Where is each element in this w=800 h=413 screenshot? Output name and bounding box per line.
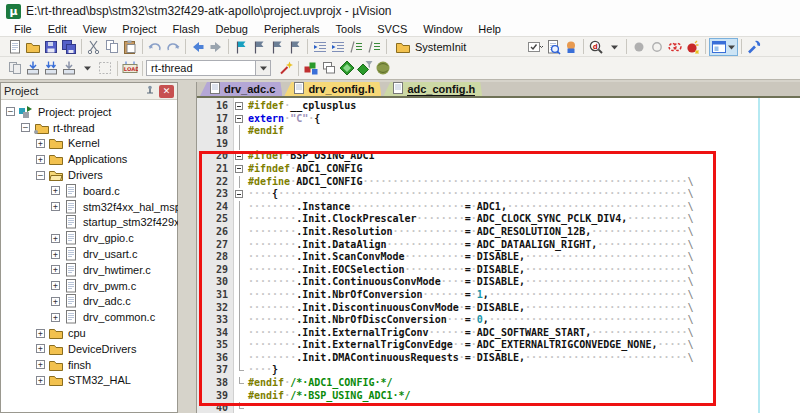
indent-right-icon[interactable] xyxy=(329,38,347,55)
fold-collapse-icon[interactable] xyxy=(233,150,246,163)
redo-icon[interactable] xyxy=(164,38,182,55)
tree-item-cpu[interactable]: +cpu xyxy=(1,325,177,341)
tree-item-stm32f4xx-hal-msp-c[interactable]: +stm32f4xx_hal_msp.c xyxy=(1,199,177,215)
expand-icon[interactable]: + xyxy=(36,329,45,338)
expand-icon[interactable]: + xyxy=(36,344,45,353)
quick-search-icon[interactable]: d xyxy=(587,38,605,55)
nav-back-icon[interactable] xyxy=(189,38,207,55)
editor-tab-adc-config-h[interactable]: adc_config.h xyxy=(383,82,482,96)
menu-item-tools[interactable]: Tools xyxy=(328,23,370,35)
configure-wrench-icon[interactable] xyxy=(745,38,763,55)
tree-item-drv-common-c[interactable]: +drv_common.c xyxy=(1,309,177,325)
save-all-icon[interactable] xyxy=(60,38,78,55)
collapse-icon[interactable]: – xyxy=(21,123,30,132)
save-icon[interactable] xyxy=(42,38,60,55)
expand-icon[interactable]: + xyxy=(36,139,45,148)
menu-item-file[interactable]: File xyxy=(6,23,40,35)
target-select-caret-icon[interactable] xyxy=(256,60,271,76)
pin-icon[interactable] xyxy=(143,85,157,98)
download-icon[interactable]: LOAD xyxy=(121,60,139,77)
expand-icon[interactable]: + xyxy=(36,360,45,369)
tree-item-kernel[interactable]: +Kernel xyxy=(1,136,177,152)
menu-item-debug[interactable]: Debug xyxy=(208,23,256,35)
nav-forward-icon[interactable] xyxy=(207,38,225,55)
comment-icon[interactable] xyxy=(347,38,365,55)
bookmark-toggle-icon[interactable] xyxy=(232,38,250,55)
expand-icon[interactable]: + xyxy=(51,313,60,322)
paste-icon[interactable] xyxy=(121,38,139,55)
fold-collapse-icon[interactable] xyxy=(233,100,246,113)
bookmark-next-icon[interactable] xyxy=(268,38,286,55)
new-file-icon[interactable] xyxy=(6,38,24,55)
menu-item-svcs[interactable]: SVCS xyxy=(369,23,415,35)
expand-icon[interactable]: + xyxy=(51,234,60,243)
expand-icon[interactable]: + xyxy=(51,186,60,195)
expand-icon[interactable]: + xyxy=(51,297,60,306)
disable-breakpoints-icon[interactable] xyxy=(666,38,684,55)
manage-items-icon[interactable] xyxy=(302,60,320,77)
uncomment-icon[interactable] xyxy=(365,38,383,55)
windows-layout-icon[interactable] xyxy=(709,38,738,56)
bookmark-clear-icon[interactable] xyxy=(286,38,304,55)
expand-icon[interactable]: + xyxy=(36,376,45,385)
tree-item-applications[interactable]: +Applications xyxy=(1,151,177,167)
tree-item-drv-usart-c[interactable]: +drv_usart.c xyxy=(1,246,177,262)
environment-icon[interactable] xyxy=(374,60,392,77)
manage-layout-icon[interactable] xyxy=(320,60,338,77)
panel-splitter[interactable] xyxy=(178,80,196,413)
build-icon[interactable] xyxy=(24,60,42,77)
menu-item-project[interactable]: Project xyxy=(114,23,164,35)
select-software-packs-icon[interactable] xyxy=(338,60,356,77)
expand-icon[interactable]: + xyxy=(36,155,45,164)
fold-collapse-icon[interactable] xyxy=(233,188,246,201)
cut-icon[interactable] xyxy=(85,38,103,55)
enable-breakpoint-icon[interactable] xyxy=(648,38,666,55)
editor-tab-drv-config-h[interactable]: drv_config.h xyxy=(284,82,381,96)
find-in-files-icon[interactable] xyxy=(544,38,562,55)
undo-icon[interactable] xyxy=(146,38,164,55)
tree-item-drv-adc-c[interactable]: +drv_adc.c xyxy=(1,294,177,310)
pack-installer-icon[interactable] xyxy=(356,60,374,77)
checkbox-dropdown-icon[interactable] xyxy=(526,38,544,55)
search-dropdown-caret-icon[interactable] xyxy=(605,38,623,55)
menu-item-peripherals[interactable]: Peripherals xyxy=(256,23,328,35)
open-folder-icon[interactable] xyxy=(24,38,42,55)
expand-icon[interactable]: + xyxy=(51,202,60,211)
kill-breakpoints-icon[interactable] xyxy=(684,38,702,55)
insert-breakpoint-icon[interactable] xyxy=(630,38,648,55)
menu-item-help[interactable]: Help xyxy=(470,23,509,35)
options-wand-icon[interactable] xyxy=(277,60,295,77)
tree-item-stm32-hal[interactable]: +STM32_HAL xyxy=(1,373,177,389)
tree-item-startup-stm32f429xx-s[interactable]: startup_stm32f429xx.s xyxy=(1,215,177,231)
batch-caret-icon[interactable] xyxy=(78,60,96,77)
batch-build-icon[interactable] xyxy=(60,60,78,77)
translate-icon[interactable] xyxy=(6,60,24,77)
menu-item-window[interactable]: Window xyxy=(415,23,470,35)
stop-build-icon[interactable] xyxy=(96,60,114,77)
rebuild-icon[interactable] xyxy=(42,60,60,77)
indent-left-icon[interactable] xyxy=(311,38,329,55)
code-editor[interactable]: 16#ifdef·__cplusplus17extern·"C"·{18#end… xyxy=(197,98,800,413)
menu-item-edit[interactable]: Edit xyxy=(40,23,75,35)
editor-tab-drv-adc-c[interactable]: drv_adc.c xyxy=(200,82,282,96)
bookmark-prev-icon[interactable] xyxy=(250,38,268,55)
copy-icon[interactable] xyxy=(103,38,121,55)
tree-item-drivers[interactable]: –Drivers xyxy=(1,167,177,183)
collapse-icon[interactable]: – xyxy=(36,171,45,180)
fold-collapse-icon[interactable] xyxy=(233,163,246,176)
menu-item-flash[interactable]: Flash xyxy=(165,23,208,35)
tree-item-finsh[interactable]: +finsh xyxy=(1,357,177,373)
expand-icon[interactable]: + xyxy=(51,281,60,290)
tree-item-devicedrivers[interactable]: +DeviceDrivers xyxy=(1,341,177,357)
tree-item-board-c[interactable]: +board.c xyxy=(1,183,177,199)
tree-item-drv-pwm-c[interactable]: +drv_pwm.c xyxy=(1,278,177,294)
current-function-label[interactable]: SystemInit xyxy=(415,41,466,53)
expand-icon[interactable]: + xyxy=(51,250,60,259)
tree-item-drv-hwtimer-c[interactable]: +drv_hwtimer.c xyxy=(1,262,177,278)
tree-item-drv-gpio-c[interactable]: +drv_gpio.c xyxy=(1,230,177,246)
flash-config-icon[interactable] xyxy=(394,38,412,55)
target-select[interactable]: rt-thread xyxy=(146,60,256,76)
tree-item-rt-thread[interactable]: –rt-thread xyxy=(1,120,177,136)
menu-item-view[interactable]: View xyxy=(75,23,115,35)
run-to-cursor-icon[interactable] xyxy=(562,38,580,55)
